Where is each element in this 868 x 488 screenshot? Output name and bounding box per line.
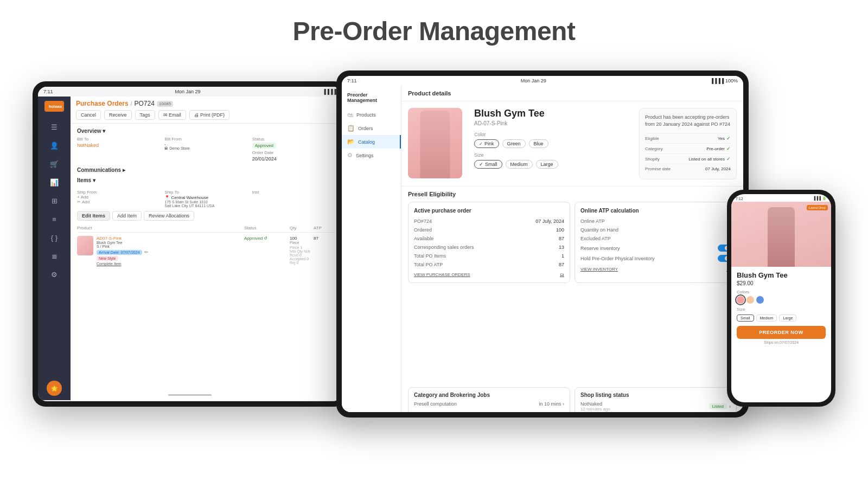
- arrival-date-badge: Arrival Date: 07/07/2024: [97, 250, 142, 255]
- size-label: Size: [474, 152, 633, 158]
- status-value: Approved: [252, 143, 276, 149]
- category-row: Category Pre-order ✓: [645, 143, 731, 153]
- eligible-val: Yes ✓: [718, 136, 731, 141]
- phone-screen: 7:12 ▐▐▐ 🔋 Latest Drop Blush Gym Tee $29…: [731, 194, 831, 402]
- breadcrumb-sep: /: [131, 101, 132, 107]
- sidebar-item-catalog[interactable]: 📂 Catalog: [342, 135, 401, 149]
- active-po-card: Active purchase order PO#724 07 July, 20…: [408, 202, 570, 283]
- color-chip-blue[interactable]: Blue: [529, 139, 548, 148]
- left-status-bar: 7:11 Mon Jan 29 ▐▐▐▐: [38, 87, 342, 97]
- bill-from-value: ▪ - 🏛 Demo Store: [164, 143, 247, 150]
- reserve-inventory-row: Reserve inventory: [580, 243, 731, 253]
- sidebar-item-settings[interactable]: ⚙ Settings: [342, 149, 401, 162]
- color-chip-green[interactable]: Green: [502, 139, 526, 148]
- left-date: Mon Jan 29: [175, 89, 200, 94]
- add-ship-from-2[interactable]: ✂ Add: [77, 200, 160, 204]
- size-chip-large[interactable]: Large: [536, 160, 558, 169]
- complete-item-link[interactable]: Complete Item: [97, 262, 149, 266]
- qty-value: 100: [290, 236, 311, 241]
- qty-unit: Piece: [290, 241, 311, 245]
- add-item-tab[interactable]: Add Item: [112, 211, 142, 221]
- sidebar-icon-cart[interactable]: 🛒: [46, 156, 63, 171]
- presell-title: Presell Eligibility: [408, 191, 737, 197]
- po-parent-link[interactable]: Purchase Orders: [76, 100, 129, 107]
- sidebar-icon-menu[interactable]: ☰: [46, 119, 63, 134]
- devices-container: 7:11 Mon Jan 29 ▐▐▐▐ hotwax ☰ 👤 🛒: [16, 70, 852, 477]
- store-time: 12 minutes ago: [580, 407, 610, 412]
- promise-date-row: Promise date 07 July, 2024: [645, 164, 731, 174]
- category-jobs-title: Category and Brokering Jobs: [414, 392, 564, 398]
- online-atp-row: Online ATP 0: [580, 217, 731, 226]
- product-sku[interactable]: AD07-S-Pink: [97, 236, 149, 241]
- ships-note: Ships on 07/07/2024: [737, 341, 826, 344]
- sidebar-user-avatar[interactable]: 🌟: [47, 381, 62, 396]
- sidebar-icon-user[interactable]: 👤: [46, 138, 63, 153]
- phone-size-medium[interactable]: Medium: [756, 314, 777, 322]
- receive-button[interactable]: Receive: [104, 110, 132, 120]
- overview-label: Overview ▾: [77, 128, 335, 134]
- product-status: Approved ↺: [244, 236, 288, 241]
- product-info-area: Blush Gym Tee AD-07-S-Pink Color ✓ Pink …: [474, 108, 633, 179]
- items-tabs: Edit Items Add Item Review Allocations: [77, 211, 335, 221]
- phone-status-bar: 7:12 ▐▐▐ 🔋: [731, 194, 831, 202]
- orders-icon: 📋: [347, 125, 355, 132]
- right-app: Preorder Management 🛍 Products 📋 Orders …: [342, 86, 743, 412]
- color-chips: ✓ Pink Green Blue: [474, 139, 633, 148]
- catalog-icon: 📂: [347, 138, 355, 145]
- sidebar-item-products[interactable]: 🛍 Products: [342, 108, 401, 121]
- phone-color-peach[interactable]: [746, 296, 754, 304]
- right-status-bar: 7:11 Mon Jan 29 ▐▐▐▐ 100%: [342, 76, 743, 86]
- size-chips: ✓ Small Medium Large: [474, 160, 633, 169]
- active-po-title: Active purchase order: [414, 208, 564, 214]
- size-chip-small[interactable]: ✓ Small: [474, 160, 502, 169]
- sidebar-icon-settings[interactable]: ⚙: [46, 267, 63, 282]
- inst-col: Inst: [252, 189, 335, 208]
- review-allocations-tab[interactable]: Review Allocations: [144, 211, 194, 221]
- sidebar-icon-arrow[interactable]: { }: [46, 230, 63, 245]
- left-battery: ▐▐▐▐: [322, 89, 336, 94]
- phone-size-small[interactable]: Small: [737, 314, 754, 322]
- breadcrumb: Purchase Orders / PO724 10085: [76, 100, 336, 107]
- phone-color-options: [737, 296, 826, 304]
- category-jobs-card: Category and Brokering Jobs Presell comp…: [408, 387, 570, 412]
- sidebar-icon-layers[interactable]: ≡: [46, 211, 63, 227]
- left-time: 7:11: [43, 89, 53, 94]
- qty-cell: 100 Piece Piece 1 Min Qty N/A Rcvd 0 Acc…: [290, 236, 311, 265]
- ship-from-col: Ship From + Add ✂ Add: [77, 189, 160, 208]
- phone-color-pink[interactable]: [737, 296, 744, 304]
- sidebar-icon-list[interactable]: ≣: [46, 248, 63, 264]
- right-battery: ▐▐▐▐ 100%: [710, 78, 738, 84]
- edit-icon[interactable]: ✏: [144, 249, 149, 255]
- right-main: Product details Blush Gym Tee AD: [401, 86, 743, 412]
- print-button[interactable]: 🖨 Print (PDF): [189, 110, 230, 120]
- phone-size-large[interactable]: Large: [779, 314, 796, 322]
- scroll-indicator: [168, 394, 212, 396]
- product-details-top: Blush Gym Tee AD-07-S-Pink Color ✓ Pink …: [401, 101, 743, 187]
- shop-listing-card: Shop listing status NotNaked 12 minutes …: [575, 387, 737, 412]
- sidebar-item-orders[interactable]: 📋 Orders: [342, 121, 401, 135]
- size-chip-medium[interactable]: Medium: [506, 160, 533, 169]
- presell-computation-row: Presell computation in 10 mins ›: [414, 400, 564, 408]
- add-ship-from[interactable]: + Add: [77, 195, 160, 200]
- promise-date-val: 07 July, 2024: [705, 166, 731, 171]
- qty-on-hand-row: Quantity on Hand 0: [580, 226, 731, 234]
- edit-items-tab[interactable]: Edit Items: [77, 211, 110, 221]
- view-purchase-orders-link[interactable]: VIEW PURCHASE ORDERS 🗂: [414, 272, 564, 277]
- bill-to-value[interactable]: NotNaked: [77, 143, 160, 148]
- phone-color-blue[interactable]: [756, 296, 764, 304]
- tags-button[interactable]: Tags: [135, 110, 155, 120]
- preorder-now-button[interactable]: PREORDER NOW: [737, 326, 826, 339]
- view-inventory-link[interactable]: VIEW INVENTORY 🗂: [580, 267, 731, 272]
- color-chip-pink[interactable]: ✓ Pink: [474, 139, 499, 148]
- product-cell: AD07-S-Pink Blush Gym Tee S / Pink Arriv…: [77, 236, 242, 266]
- right-content: Blush Gym Tee AD-07-S-Pink Color ✓ Pink …: [401, 101, 743, 412]
- sidebar-icon-grid[interactable]: ⊞: [46, 193, 63, 208]
- right-time: 7:11: [347, 78, 357, 84]
- product-image: [408, 108, 462, 178]
- store-name: NotNaked: [580, 401, 610, 407]
- cancel-button[interactable]: Cancel: [76, 110, 101, 120]
- online-atp-card: Online ATP calculation Online ATP 0 Quan…: [575, 202, 737, 283]
- sidebar-icon-bar[interactable]: 📊: [46, 175, 63, 190]
- email-button[interactable]: ✉ Email: [158, 110, 186, 120]
- overview-grid: Bill To NotNaked Bill From ▪ - 🏛 Demo St…: [77, 137, 335, 162]
